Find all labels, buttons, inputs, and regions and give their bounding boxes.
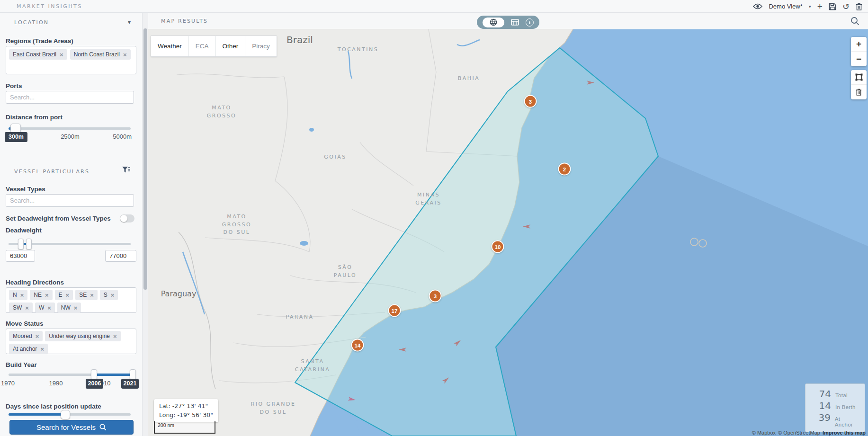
layer-other-button[interactable]: Other	[216, 36, 246, 56]
location-section-header[interactable]: LOCATION	[14, 19, 49, 26]
info-view-button[interactable]: i	[526, 18, 534, 27]
remove-tag-icon[interactable]: ×	[111, 292, 115, 299]
mapbox-attribution-link[interactable]: © Mapbox	[752, 430, 776, 436]
view-mode-toolbar: i	[477, 16, 539, 29]
tag-heading[interactable]: NE×	[30, 290, 52, 300]
distance-tick: 5000m	[109, 133, 132, 140]
country-label: Brazil	[286, 34, 313, 45]
zoom-in-button[interactable]: +	[851, 37, 867, 52]
vessel-particulars-header[interactable]: VESSEL PARTICULARS	[14, 169, 89, 175]
tag-label: N	[13, 292, 17, 298]
remove-tag-icon[interactable]: ×	[123, 51, 127, 58]
stat-label: Total	[835, 392, 848, 398]
map-view-button[interactable]	[483, 18, 504, 27]
vessel-cluster[interactable]: 10	[492, 240, 504, 253]
improve-map-link[interactable]: Improve this map	[823, 430, 866, 436]
layer-eca-button[interactable]: ECA	[189, 36, 216, 56]
delete-shape-button[interactable]	[851, 85, 867, 99]
layer-piracy-button[interactable]: Piracy	[245, 36, 277, 56]
distance-tick: 2500m	[57, 133, 83, 140]
map-attribution: © Mapbox © OpenStreetMap Improve this ma…	[752, 430, 866, 436]
tag-label: North Coast Brazil	[74, 51, 120, 58]
vessel-cluster[interactable]: 3	[524, 95, 537, 108]
collapse-location-icon[interactable]: ▾	[128, 19, 131, 26]
days-slider-handle[interactable]	[61, 410, 70, 419]
chevron-down-icon[interactable]: ▾	[809, 4, 811, 9]
tag-heading[interactable]: SW×	[9, 303, 33, 313]
days-since-update-label: Days since last position update	[6, 403, 101, 410]
tag-heading[interactable]: N×	[9, 290, 27, 300]
deadweight-min-handle[interactable]	[18, 239, 24, 249]
table-icon	[511, 19, 519, 26]
remove-tag-icon[interactable]: ×	[36, 333, 39, 340]
regions-label: Regions (Trade Areas)	[6, 37, 73, 44]
tag-region[interactable]: North Coast Brazil×	[70, 49, 131, 60]
vessel-cluster[interactable]: 17	[388, 304, 401, 317]
state-label: MINAS GERAIS	[415, 191, 441, 207]
distance-slider-track[interactable]	[9, 127, 131, 130]
tag-move-status[interactable]: At anchor×	[9, 344, 48, 354]
globe-icon	[490, 18, 497, 26]
vessel-cluster[interactable]: 14	[351, 339, 364, 352]
distance-slider-handle[interactable]	[10, 124, 21, 133]
scrollbar-thumb[interactable]	[143, 28, 147, 290]
map-results-title: MAP RESULTS	[161, 18, 208, 24]
remove-tag-icon[interactable]: ×	[74, 304, 78, 311]
tag-move-status[interactable]: Under way using engine×	[45, 331, 120, 341]
deadweight-max-handle[interactable]	[26, 239, 32, 249]
remove-tag-icon[interactable]: ×	[25, 304, 29, 311]
tag-heading[interactable]: SE×	[75, 290, 98, 300]
undo-icon[interactable]: ↺	[842, 2, 850, 11]
remove-tag-icon[interactable]: ×	[90, 292, 94, 299]
draw-polygon-button[interactable]	[851, 70, 867, 85]
table-view-button[interactable]	[511, 19, 519, 26]
remove-tag-icon[interactable]: ×	[40, 346, 44, 353]
remove-tag-icon[interactable]: ×	[60, 51, 63, 58]
cursor-coordinates-box: Lat: -27° 13' 41" Long: -19° 56' 30"	[154, 399, 218, 422]
layer-weather-button[interactable]: Weather	[151, 36, 189, 56]
tag-heading[interactable]: S×	[100, 290, 118, 300]
remove-tag-icon[interactable]: ×	[113, 333, 117, 340]
save-view-button[interactable]	[829, 3, 836, 10]
zoom-out-button[interactable]: −	[851, 52, 867, 66]
deadweight-label: Deadweight	[6, 227, 42, 234]
map-canvas[interactable]: Brazil Paraguay TOCANTINS BAHIA MATO GRO…	[148, 29, 868, 436]
toggle-knob	[120, 215, 127, 222]
tag-label: S	[104, 292, 107, 298]
latitude-value: Lat: -27° 13' 41"	[159, 401, 213, 410]
tag-label: E	[59, 292, 63, 298]
add-view-button[interactable]: +	[817, 2, 823, 11]
vessel-cluster[interactable]: 3	[429, 290, 442, 303]
delete-view-button[interactable]	[856, 3, 862, 10]
vessel-cluster[interactable]: 2	[558, 163, 571, 176]
set-deadweight-toggle[interactable]	[120, 214, 134, 222]
tag-heading[interactable]: NW×	[57, 303, 81, 313]
tag-heading[interactable]: W×	[35, 303, 55, 313]
remove-tag-icon[interactable]: ×	[47, 304, 51, 311]
state-label: SÃO PAULO	[334, 264, 357, 279]
filter-icon[interactable]	[122, 167, 130, 174]
view-name[interactable]: Demo View*	[769, 3, 802, 10]
distance-label: Distance from port	[6, 114, 63, 121]
state-label: GOIÁS	[324, 153, 346, 161]
search-for-vessels-button[interactable]: Search for Vessels	[9, 420, 134, 435]
deadweight-max-input[interactable]	[105, 250, 136, 262]
remove-tag-icon[interactable]: ×	[45, 292, 49, 299]
search-icon	[99, 424, 107, 431]
remove-tag-icon[interactable]: ×	[20, 292, 24, 299]
tag-region[interactable]: East Coast Brazil×	[9, 49, 67, 60]
osm-attribution-link[interactable]: © OpenStreetMap	[778, 430, 820, 436]
tag-heading[interactable]: E×	[55, 290, 73, 300]
eye-icon[interactable]	[753, 3, 762, 9]
days-slider-fill	[9, 413, 65, 416]
info-icon: i	[529, 20, 531, 25]
tag-move-status[interactable]: Moored×	[9, 331, 43, 341]
vessel-stats-box: 74 Total 14 In Berth 39 At Anchor	[805, 383, 865, 432]
remove-tag-icon[interactable]: ×	[66, 292, 70, 299]
deadweight-min-input[interactable]	[6, 250, 35, 262]
ports-search-input[interactable]	[6, 91, 134, 104]
sidebar-scrollbar[interactable]	[142, 13, 148, 436]
vessel-types-search-input[interactable]	[6, 194, 134, 207]
map-search-icon[interactable]	[850, 17, 859, 26]
top-bar: MARKET INSIGHTS Demo View* ▾ + ↺	[0, 0, 868, 13]
